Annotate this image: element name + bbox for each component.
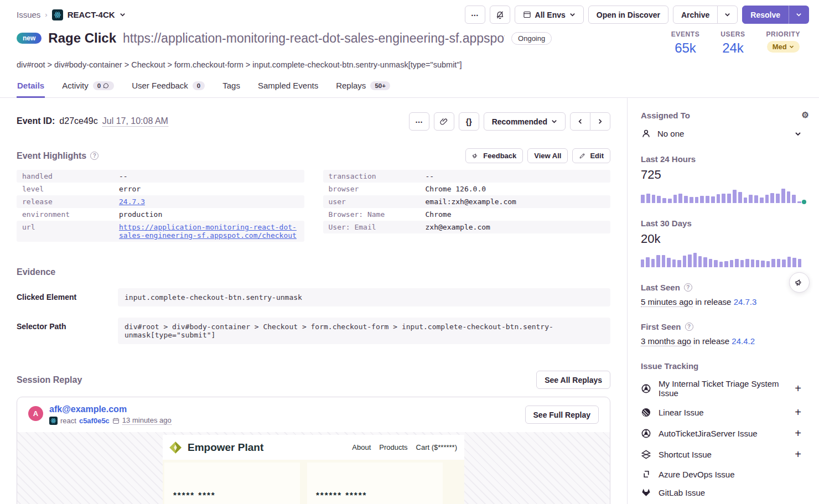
see-all-replays-button[interactable]: See All Replays — [536, 371, 610, 389]
first-seen-title: First Seen — [641, 322, 681, 331]
clicked-element-label: Clicked Element — [17, 288, 118, 302]
event-more-button[interactable]: ⋯ — [409, 112, 429, 131]
tracking-item-jiraserver[interactable]: AutoTicketJiraServer Issue + — [641, 427, 809, 440]
bell-muted-icon[interactable] — [490, 6, 510, 24]
tracking-item-azure[interactable]: Azure DevOps Issue — [641, 469, 809, 479]
question-icon[interactable]: ? — [684, 283, 692, 292]
replay-player[interactable]: Empower Plant About Products Cart ($****… — [17, 432, 610, 504]
tab-details[interactable]: Details — [17, 76, 45, 98]
replay-user-link[interactable]: afk@example.com — [49, 404, 172, 414]
question-icon[interactable]: ? — [90, 152, 99, 160]
users-count[interactable]: 24k — [719, 40, 748, 56]
resolve-button[interactable]: Resolve — [742, 6, 789, 24]
archive-dropdown-button[interactable] — [717, 6, 738, 24]
gear-icon[interactable]: ⚙ — [802, 110, 809, 120]
event-sort-dropdown[interactable]: Recommended — [484, 112, 566, 131]
chart-bar — [673, 195, 677, 203]
chart-bar — [792, 258, 796, 267]
breadcrumb-issues-link[interactable]: Issues — [17, 10, 40, 19]
chevron-left-icon[interactable] — [570, 112, 590, 131]
chevron-down-icon — [569, 12, 576, 18]
tracking-item-linear[interactable]: Linear Issue + — [641, 406, 809, 419]
last-30-days-chart[interactable] — [641, 252, 801, 267]
archive-button[interactable]: Archive — [673, 6, 718, 24]
event-timestamp[interactable]: Jul 17, 10:08 AM — [102, 116, 168, 127]
events-count[interactable]: 65k — [671, 40, 700, 56]
chart-bar — [646, 257, 649, 267]
event-id-value: d27ce49c — [59, 116, 97, 126]
feedback-button[interactable]: Feedback — [465, 148, 523, 163]
release-link[interactable]: 24.7.3 — [119, 198, 145, 206]
env-filter-button[interactable]: All Envs — [515, 6, 584, 24]
selector-path-value: div#root > div#body-container > Checkout… — [118, 318, 610, 344]
feedback-fab-button[interactable] — [789, 272, 810, 293]
tracking-item-gitlab[interactable]: GitLab Issue — [641, 487, 809, 498]
breadcrumb-project[interactable]: REACT-4CK — [68, 10, 115, 19]
paperclip-icon[interactable] — [434, 112, 454, 131]
add-issue-button[interactable]: + — [795, 427, 809, 440]
chart-bar — [711, 196, 715, 203]
chart-bar — [756, 260, 759, 267]
linear-icon — [641, 407, 651, 418]
shortcut-icon — [641, 449, 651, 460]
replay-timestamp[interactable]: 13 minutes ago — [122, 416, 172, 425]
first-seen-ago[interactable]: 3 months ago — [641, 336, 691, 346]
chart-bar — [656, 255, 660, 267]
chart-bar — [667, 258, 670, 267]
azure-devops-icon — [641, 469, 651, 479]
open-in-discover-button[interactable]: Open in Discover — [588, 6, 668, 24]
more-actions-button[interactable]: ⋯ — [465, 6, 485, 24]
chart-bar — [698, 256, 702, 267]
first-seen-release-link[interactable]: 24.4.2 — [732, 336, 755, 346]
replay-card: A afk@example.com react c5af0e5c — [17, 397, 610, 504]
json-button[interactable]: {} — [459, 112, 479, 131]
session-replay-title: Session Replay — [17, 375, 82, 385]
chart-bar — [719, 262, 723, 267]
assignee-value: No one — [657, 129, 684, 138]
events-label: EVENTS — [671, 30, 700, 38]
last-seen-release-link[interactable]: 24.7.3 — [734, 297, 757, 306]
chart-bar — [683, 256, 686, 267]
tab-replays[interactable]: Replays 50+ — [335, 76, 391, 98]
view-all-button[interactable]: View All — [527, 148, 568, 163]
chart-bar — [782, 259, 785, 267]
priority-dropdown[interactable]: Med — [767, 41, 800, 53]
chart-bar — [690, 197, 693, 203]
replay-project: react — [60, 417, 76, 425]
see-full-replay-button[interactable]: See Full Replay — [525, 406, 599, 424]
event-id-label: Event ID: — [17, 116, 55, 126]
tab-sampled-events[interactable]: Sampled Events — [257, 76, 319, 98]
resolve-dropdown-button[interactable] — [789, 6, 809, 24]
chart-bar — [727, 194, 731, 203]
add-issue-button[interactable]: + — [795, 406, 809, 419]
tab-user-feedback[interactable]: User Feedback 0 — [131, 76, 205, 98]
edit-highlights-button[interactable]: Edit — [572, 148, 610, 163]
assignee-dropdown[interactable]: No one — [641, 128, 809, 139]
chart-bar — [646, 194, 650, 203]
last-seen-ago[interactable]: 5 minutes ago — [641, 297, 693, 307]
users-label: USERS — [719, 30, 748, 38]
tracking-item-triage[interactable]: My Internal Ticket Triage System Issue + — [641, 379, 809, 398]
person-icon — [641, 128, 651, 139]
chart-bar — [745, 259, 749, 267]
add-issue-button[interactable]: + — [795, 382, 809, 395]
question-icon[interactable]: ? — [685, 323, 693, 331]
tracking-item-shortcut[interactable]: Shortcut Issue + — [641, 448, 809, 461]
chart-bar — [684, 196, 688, 203]
chevron-down-icon[interactable] — [120, 12, 126, 18]
url-link[interactable]: https://application-monitoring-react-dot… — [119, 223, 297, 240]
issue-actions: ⋯ All Envs Open in Discover Archive Reso… — [465, 6, 809, 24]
chart-bar — [798, 259, 801, 267]
chevron-right-icon[interactable] — [590, 112, 610, 131]
wheel-icon — [641, 383, 651, 394]
chart-bar — [717, 194, 720, 203]
chart-bar — [754, 195, 758, 203]
chart-bar — [722, 194, 725, 203]
add-issue-button[interactable]: + — [795, 448, 809, 461]
tab-activity[interactable]: Activity 0 — [61, 76, 115, 98]
chart-bar — [662, 255, 665, 267]
tab-tags[interactable]: Tags — [222, 76, 241, 98]
replay-commit-link[interactable]: c5af0e5c — [79, 417, 110, 425]
last-24-hours-chart[interactable] — [641, 188, 801, 203]
issue-title: Rage Click — [48, 30, 116, 46]
